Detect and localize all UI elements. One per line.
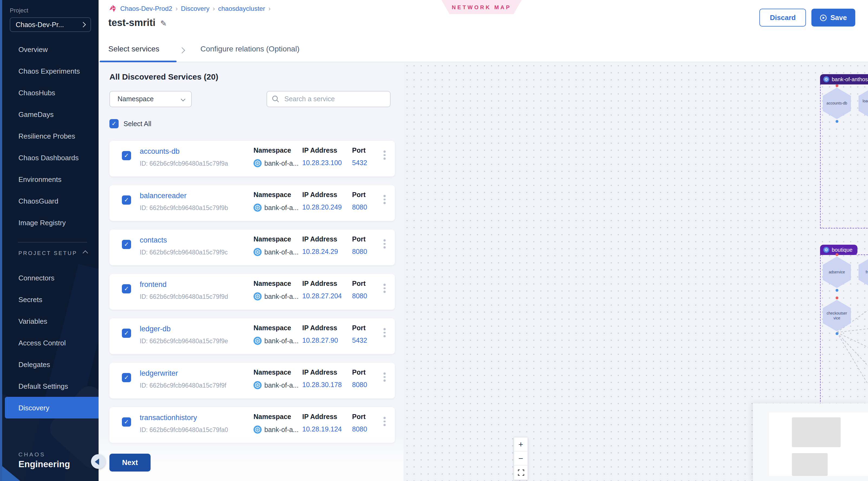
search-input[interactable] [283, 95, 385, 103]
kebab-menu-icon[interactable] [382, 327, 386, 338]
select-all-checkbox[interactable]: ✓ [110, 119, 119, 128]
map-zoom-controls: + − [514, 437, 528, 480]
sidebar-decoration [2, 466, 21, 481]
kebab-menu-icon[interactable] [382, 238, 386, 249]
service-checkbox[interactable]: ✓ [122, 195, 131, 205]
column-header-namespace: Namespace [253, 369, 299, 376]
service-name-link[interactable]: ledgerwriter [140, 369, 178, 377]
zoom-in-button[interactable]: + [514, 438, 528, 451]
ip-address-value: 10.28.30.178 [302, 381, 342, 389]
breadcrumb-project[interactable]: Chaos-Dev-Prod2 [120, 5, 172, 12]
cluster-badge-bank-of-anthos[interactable]: bank-of-anthos [820, 74, 868, 85]
port-value: 8080 [352, 203, 367, 211]
kebab-menu-icon[interactable] [382, 416, 386, 427]
service-checkbox[interactable]: ✓ [122, 417, 131, 426]
service-checkbox[interactable]: ✓ [122, 240, 131, 249]
sidebar-item-gamedays[interactable]: GameDays [0, 103, 99, 125]
namespace-filter-dropdown[interactable]: Namespace [110, 91, 192, 107]
namespace-value: bank-of-a... [264, 381, 299, 389]
port-value: 8080 [352, 292, 367, 300]
sidebar-item-access-control[interactable]: Access Control [0, 332, 99, 354]
minimap[interactable] [753, 403, 868, 481]
service-name-link[interactable]: accounts-db [140, 147, 180, 155]
save-icon [819, 14, 827, 21]
fullscreen-button[interactable] [514, 466, 528, 480]
service-name-link[interactable]: frontend [140, 281, 166, 289]
sidebar-item-default-settings[interactable]: Default Settings [0, 375, 99, 397]
next-button[interactable]: Next [110, 454, 151, 472]
cluster-bank-of-anthos: bank-of-anthosaccounts-dbloadgeneratorfr… [820, 84, 868, 228]
sidebar-item-delegates[interactable]: Delegates [0, 354, 99, 375]
service-checkbox[interactable]: ✓ [122, 151, 131, 160]
divider [18, 242, 87, 243]
service-checkbox[interactable]: ✓ [122, 284, 131, 293]
edit-title-icon[interactable]: ✎ [160, 19, 166, 27]
cluster-badge-boutique[interactable]: boutique [820, 245, 858, 255]
tab-select-services[interactable]: Select services [108, 36, 159, 62]
sidebar-item-connectors[interactable]: Connectors [0, 267, 99, 289]
namespace-icon [253, 337, 261, 345]
service-name-link[interactable]: transactionhistory [140, 414, 197, 422]
services-heading: All Discovered Services (20) [110, 72, 218, 81]
column-header-port: Port [352, 147, 367, 154]
tab-configure-relations[interactable]: Configure relations (Optional) [200, 36, 300, 62]
breadcrumb-separator: › [213, 5, 215, 12]
service-id: ID: 662b6c9fcb96480a15c79f9a [140, 160, 228, 167]
project-selector[interactable]: Chaos-Dev-Pr... [10, 17, 91, 32]
service-id: ID: 662b6c9fcb96480a15c79f9d [140, 293, 228, 300]
column-header-ip: IP Address [302, 413, 342, 421]
active-tab-underline [100, 61, 177, 62]
kebab-menu-icon[interactable] [382, 372, 386, 382]
sidebar: Project Chaos-Dev-Pr... OverviewChaos Ex… [0, 0, 99, 481]
collapse-sidebar-button[interactable] [91, 454, 105, 469]
namespace-icon [253, 203, 261, 212]
namespace-value: bank-of-a... [264, 204, 299, 212]
network-map-canvas[interactable]: + − bank-of-anthosaccounts-dbloadgenerat… [404, 62, 868, 481]
collapse-arrow-icon [95, 458, 99, 465]
namespace-icon [253, 248, 261, 256]
service-checkbox[interactable]: ✓ [122, 373, 131, 382]
sidebar-item-image-registry[interactable]: Image Registry [0, 212, 99, 233]
content-area: + − bank-of-anthosaccounts-dbloadgenerat… [99, 62, 868, 481]
column-header-ip: IP Address [302, 191, 342, 199]
kebab-menu-icon[interactable] [382, 194, 386, 205]
breadcrumb-discovery[interactable]: Discovery [181, 5, 209, 12]
ip-address-value: 10.28.27.90 [302, 337, 338, 344]
namespace-icon [253, 292, 261, 300]
sidebar-item-chaoshubs[interactable]: ChaosHubs [0, 82, 99, 103]
output-port [836, 289, 838, 291]
service-id: ID: 662b6c9fcb96480a15c79f9f [140, 382, 226, 389]
chaos-module-icon [108, 4, 117, 13]
sidebar-item-variables[interactable]: Variables [0, 310, 99, 332]
sidebar-item-chaosguard[interactable]: ChaosGuard [0, 190, 99, 212]
column-header-ip: IP Address [302, 369, 342, 376]
sidebar-setup-nav: ConnectorsSecretsVariablesAccess Control… [0, 267, 99, 418]
zoom-out-button[interactable]: − [514, 451, 528, 466]
sidebar-item-environments[interactable]: Environments [0, 168, 99, 190]
service-card-ledgerwriter: ✓ ledgerwriter ID: 662b6c9fcb96480a15c79… [110, 363, 395, 398]
column-header-port: Port [352, 280, 367, 287]
service-name-link[interactable]: balancereader [140, 192, 187, 200]
sidebar-item-chaos-experiments[interactable]: Chaos Experiments [0, 60, 99, 82]
kebab-menu-icon[interactable] [382, 283, 386, 294]
breadcrumb-cluster[interactable]: chaosdaycluster [218, 5, 265, 12]
ip-address-value: 10.28.19.124 [302, 425, 342, 433]
service-checkbox[interactable]: ✓ [122, 329, 131, 338]
sidebar-item-secrets[interactable]: Secrets [0, 289, 99, 310]
sidebar-item-overview[interactable]: Overview [0, 38, 99, 60]
sidebar-item-resilience-probes[interactable]: Resilience Probes [0, 125, 99, 147]
sidebar-item-discovery[interactable]: Discovery [5, 397, 99, 418]
service-name-link[interactable]: ledger-db [140, 325, 170, 333]
sidebar-item-chaos-dashboards[interactable]: Chaos Dashboards [0, 147, 99, 168]
project-name: Chaos-Dev-Pr... [16, 21, 64, 28]
service-card-contacts: ✓ contacts ID: 662b6c9fcb96480a15c79f9c … [110, 229, 395, 265]
service-card-transactionhistory: ✓ transactionhistory ID: 662b6c9fcb96480… [110, 407, 395, 443]
discard-button[interactable]: Discard [760, 9, 806, 27]
kebab-menu-icon[interactable] [382, 150, 386, 161]
fullscreen-icon [518, 469, 524, 476]
project-setup-section-header[interactable]: PROJECT SETUP [19, 250, 87, 256]
save-button[interactable]: Save [811, 9, 855, 27]
column-header-ip: IP Address [302, 235, 338, 243]
ip-address-value: 10.28.20.249 [302, 203, 342, 211]
service-name-link[interactable]: contacts [140, 236, 167, 244]
